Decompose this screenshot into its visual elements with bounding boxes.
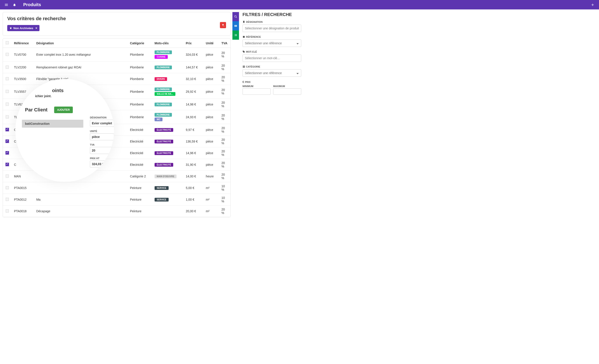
filters-panel: FILTRES / RECHERCHE DÉSIGNATION RÉFÉRENC… — [241, 12, 301, 217]
cell-tags: SERVICE — [152, 182, 184, 194]
cell-des: Ma — [34, 194, 128, 205]
cell-unite: pièce — [204, 85, 219, 99]
filter-chip-non-archivees[interactable]: Non Archivées × — [7, 25, 39, 31]
cell-prix: 31,90 € — [184, 159, 204, 171]
col-designation[interactable]: Désignation — [34, 39, 128, 48]
popup-tva-label: TVA — [90, 143, 114, 146]
table-row[interactable]: TLV2200 Remplacement robinet gaz ROAI Pl… — [3, 62, 230, 73]
client-item-baticonstruction[interactable]: batiConstruction — [22, 120, 83, 128]
cell-prix: 1,00 € — [184, 194, 204, 205]
motcle-input[interactable] — [243, 54, 301, 62]
svg-rect-5 — [243, 66, 244, 67]
cell-unite: pièce — [204, 73, 219, 85]
cell-tags: PLOMBERIE — [152, 62, 184, 73]
side-columns-button[interactable] — [232, 21, 239, 30]
designation-input[interactable] — [243, 25, 301, 32]
cell-tags: ÉLECTRICITÉ — [152, 147, 184, 159]
row-checkbox[interactable] — [6, 103, 9, 106]
cell-tags: MAIN D'OEUVRE — [152, 171, 184, 182]
table-row[interactable]: TLV0700 Evier complet inox 1.20 avec mél… — [3, 48, 230, 62]
cell-prix: 14,96 € — [184, 147, 204, 159]
ajouter-button[interactable]: AJOUTER — [54, 107, 73, 113]
tag-elec: ÉLECTRICITÉ — [155, 140, 173, 143]
cell-prix: 24,93 € — [184, 110, 204, 124]
cell-ref: PTA0015 — [12, 182, 34, 194]
row-checkbox[interactable] — [6, 163, 9, 166]
cell-tva: 20 % — [219, 159, 230, 171]
side-search-button[interactable] — [232, 12, 239, 21]
row-checkbox[interactable] — [6, 77, 9, 80]
row-checkbox[interactable] — [6, 140, 9, 143]
cell-tags: SERVICE — [152, 194, 184, 205]
price-max-input[interactable] — [273, 88, 301, 95]
table-row[interactable]: PTA0018 Décapage Peinture 20,00 € m² 20 … — [3, 205, 230, 217]
tag-divers: DIVERS — [155, 77, 167, 81]
categorie-select[interactable]: Sélectionner une référence — [243, 69, 301, 77]
table-row[interactable]: PTA0015 Peinture SERVICE 5,00 € m² 10 % — [3, 182, 230, 194]
cell-tags: PLOMBERIEWC — [152, 110, 184, 124]
reference-select[interactable]: Sélectionner une référence — [243, 39, 301, 47]
col-mots-cles[interactable]: Mots-clés — [152, 39, 184, 48]
svg-rect-8 — [244, 67, 245, 68]
row-checkbox[interactable] — [6, 175, 9, 178]
table-row[interactable]: PTA0012 Ma Peinture SERVICE 1,00 € m² 10… — [3, 194, 230, 205]
cell-ref: TLV3500 — [12, 73, 34, 85]
select-all-checkbox[interactable] — [6, 41, 9, 44]
cell-tags: PLOMBERIECUISINE — [152, 48, 184, 62]
row-checkbox[interactable] — [6, 53, 9, 56]
row-checkbox[interactable] — [6, 151, 9, 155]
cell-cat: Plomberie — [128, 48, 152, 62]
row-checkbox[interactable] — [6, 209, 9, 213]
row-checkbox[interactable] — [6, 66, 9, 69]
cell-prix: 14,00 € — [184, 171, 204, 182]
tag-salle: SALLE DE BA... — [155, 92, 176, 96]
cell-cat: Electricité — [128, 147, 152, 159]
col-unite[interactable]: Unité — [204, 39, 219, 48]
filter-label-motcle: MOT-CLÉ — [243, 50, 301, 53]
cell-unite: pièce — [204, 147, 219, 159]
chip-close-icon[interactable]: × — [35, 26, 37, 30]
cell-cat: Electricité — [128, 159, 152, 171]
cell-cat: Catégorie 2 — [128, 171, 152, 182]
row-checkbox[interactable] — [6, 128, 9, 131]
filter-label-designation: DÉSIGNATION — [243, 21, 301, 23]
table-row[interactable]: TLV3500 Fléxible "garantie à vie" Plombe… — [3, 73, 230, 85]
col-categorie[interactable]: Catégorie — [128, 39, 152, 48]
add-icon[interactable] — [591, 3, 595, 7]
svg-rect-3 — [236, 25, 237, 27]
cell-tva: 20 % — [219, 110, 230, 124]
page-title: Produits — [23, 2, 41, 7]
tag-cuisine: CUISINE — [155, 55, 168, 59]
popup-designation-input[interactable] — [90, 120, 114, 127]
max-label: MAXIMUM — [273, 85, 301, 88]
search-title: Vos critères de recherche — [7, 16, 226, 21]
archive-icon — [9, 27, 12, 29]
cell-tva: 20 % — [219, 85, 230, 99]
price-min-input[interactable] — [243, 88, 271, 95]
tag-plomberie: PLOMBERIE — [155, 113, 172, 117]
row-checkbox[interactable] — [6, 186, 9, 189]
svg-rect-6 — [244, 66, 245, 67]
tag-plomberie: PLOMBERIE — [155, 88, 172, 91]
cell-cat: Peinture — [128, 194, 152, 205]
bell-icon[interactable] — [13, 3, 16, 7]
svg-rect-1 — [235, 25, 235, 27]
cell-tags: DIVERS — [152, 73, 184, 85]
col-tva[interactable]: TVA — [219, 39, 230, 48]
cell-cat: Electricité — [128, 124, 152, 136]
cell-tags: PLOMBERIESALLE DE BA... — [152, 85, 184, 99]
cell-tva: 20 % — [219, 147, 230, 159]
cell-unite: m² — [204, 182, 219, 194]
col-prix[interactable]: Prix — [184, 39, 204, 48]
tag-elec: ÉLECTRICITÉ — [155, 163, 173, 167]
row-checkbox[interactable] — [6, 198, 9, 201]
row-checkbox[interactable] — [6, 115, 9, 118]
popup-unite-input[interactable] — [90, 133, 114, 140]
clear-filters-button[interactable] — [220, 22, 226, 28]
bookmark-icon — [243, 21, 245, 23]
row-checkbox[interactable] — [6, 90, 9, 93]
col-reference[interactable]: Référence — [12, 39, 34, 48]
side-list-button[interactable] — [232, 30, 239, 40]
cell-tva: 20 % — [219, 205, 230, 217]
menu-icon[interactable] — [4, 3, 8, 7]
